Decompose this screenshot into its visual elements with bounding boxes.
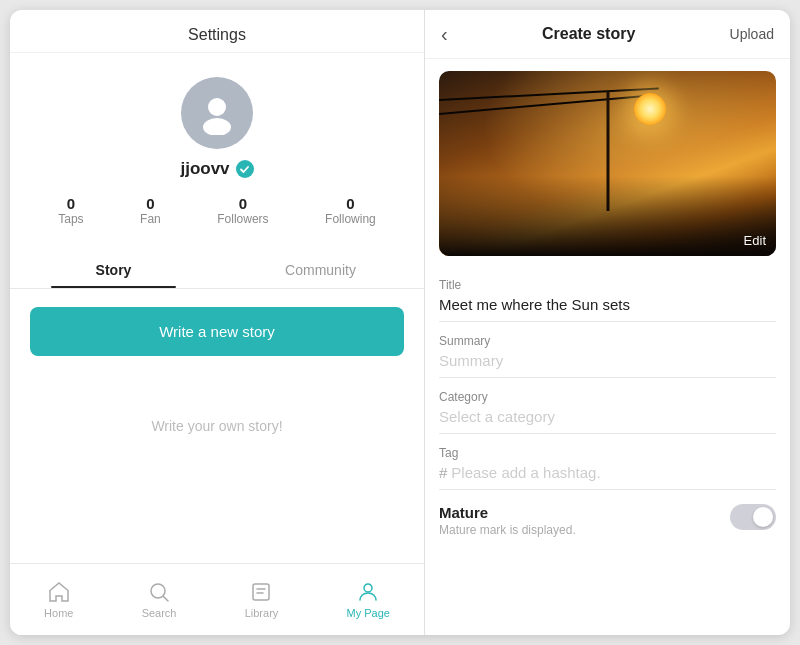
svg-point-0 bbox=[208, 98, 226, 116]
create-story-title: Create story bbox=[542, 25, 635, 43]
image-silhouette bbox=[439, 176, 776, 256]
username: jjoovv bbox=[180, 159, 229, 179]
mature-text: Mature Mature mark is displayed. bbox=[439, 504, 576, 537]
avatar-icon bbox=[195, 91, 239, 135]
category-select[interactable]: Select a category bbox=[439, 408, 776, 434]
stat-followers: 0 Followers bbox=[217, 195, 268, 226]
mature-row: Mature Mature mark is displayed. bbox=[439, 504, 776, 537]
title-input[interactable]: Meet me where the Sun sets bbox=[439, 296, 776, 322]
stat-taps: 0 Taps bbox=[58, 195, 83, 226]
fan-label: Fan bbox=[140, 212, 161, 226]
summary-input[interactable]: Summary bbox=[439, 352, 776, 378]
back-button[interactable]: ‹ bbox=[441, 24, 448, 44]
followers-label: Followers bbox=[217, 212, 268, 226]
tag-placeholder: Please add a hashtag. bbox=[451, 464, 600, 481]
avatar bbox=[181, 77, 253, 149]
settings-header: Settings bbox=[10, 10, 424, 53]
svg-point-4 bbox=[364, 584, 372, 592]
category-label: Category bbox=[439, 390, 776, 404]
fan-number: 0 bbox=[146, 195, 154, 212]
summary-label: Summary bbox=[439, 334, 776, 348]
svg-point-2 bbox=[151, 584, 165, 598]
followers-number: 0 bbox=[239, 195, 247, 212]
tag-hash: # bbox=[439, 464, 447, 481]
home-icon bbox=[47, 580, 71, 604]
verified-badge bbox=[236, 160, 254, 178]
tabs-row: Story Community bbox=[10, 250, 424, 289]
profile-section: jjoovv 0 Taps 0 Fan 0 Follow bbox=[10, 53, 424, 242]
story-cover-image[interactable]: Edit bbox=[439, 71, 776, 256]
tag-input-row[interactable]: # Please add a hashtag. bbox=[439, 464, 776, 490]
mypage-icon bbox=[356, 580, 380, 604]
search-icon bbox=[147, 580, 171, 604]
nav-mypage-label: My Page bbox=[346, 607, 389, 619]
tab-community[interactable]: Community bbox=[217, 250, 424, 288]
tag-label: Tag bbox=[439, 446, 776, 460]
svg-rect-3 bbox=[253, 584, 269, 600]
svg-point-1 bbox=[203, 118, 231, 135]
taps-number: 0 bbox=[67, 195, 75, 212]
edit-label[interactable]: Edit bbox=[744, 233, 766, 248]
checkmark-icon bbox=[239, 164, 250, 175]
mature-title: Mature bbox=[439, 504, 576, 521]
bottom-nav: Home Search Library bbox=[10, 563, 424, 635]
nav-library[interactable]: Library bbox=[245, 580, 279, 619]
create-story-form: Title Meet me where the Sun sets Summary… bbox=[425, 266, 790, 557]
following-label: Following bbox=[325, 212, 376, 226]
nav-library-label: Library bbox=[245, 607, 279, 619]
nav-home[interactable]: Home bbox=[44, 580, 73, 619]
right-panel: ‹ Create story Upload Edit Title Meet me… bbox=[425, 10, 790, 635]
stat-following: 0 Following bbox=[325, 195, 376, 226]
upload-button[interactable]: Upload bbox=[730, 26, 774, 42]
username-row: jjoovv bbox=[180, 159, 253, 179]
library-icon bbox=[249, 580, 273, 604]
empty-story-text: Write your own story! bbox=[10, 418, 424, 434]
tab-story[interactable]: Story bbox=[10, 250, 217, 288]
nav-search-label: Search bbox=[142, 607, 177, 619]
toggle-knob bbox=[753, 507, 773, 527]
nav-home-label: Home bbox=[44, 607, 73, 619]
stats-row: 0 Taps 0 Fan 0 Followers 0 Following bbox=[30, 195, 404, 226]
nav-search[interactable]: Search bbox=[142, 580, 177, 619]
mature-subtitle: Mature mark is displayed. bbox=[439, 523, 576, 537]
stat-fan: 0 Fan bbox=[140, 195, 161, 226]
write-new-story-button[interactable]: Write a new story bbox=[30, 307, 404, 356]
settings-title: Settings bbox=[188, 26, 246, 43]
right-header: ‹ Create story Upload bbox=[425, 10, 790, 59]
title-label: Title bbox=[439, 278, 776, 292]
nav-mypage[interactable]: My Page bbox=[346, 580, 389, 619]
left-panel: Settings jjoovv 0 T bbox=[10, 10, 425, 635]
mature-toggle[interactable] bbox=[730, 504, 776, 530]
following-number: 0 bbox=[346, 195, 354, 212]
taps-label: Taps bbox=[58, 212, 83, 226]
